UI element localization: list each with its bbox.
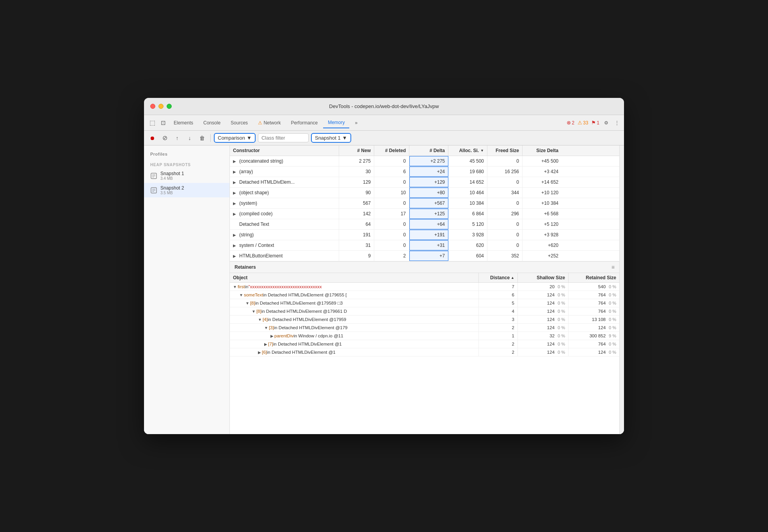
comparison-arrow-icon: ▼ <box>247 135 252 141</box>
th-size-delta[interactable]: Size Delta <box>523 145 562 156</box>
expand-icon[interactable]: ▼ <box>239 293 243 297</box>
sidebar-snapshot-1[interactable]: Snapshot 1 3.4 MB <box>144 168 229 183</box>
snapshot-icon-1 <box>150 172 157 179</box>
rth-shallow[interactable]: Shallow Size <box>518 273 569 282</box>
devtools-window: DevTools - codepen.io/web-dot-dev/live/L… <box>144 98 624 434</box>
retainer-row[interactable]: ▶ [6] in Detached HTMLDivElement @1 2 12… <box>230 348 619 356</box>
retainer-row[interactable]: ▼ [8] in Detached HTMLDivElement @179589… <box>230 299 619 307</box>
indicators: ⊗ 2 ⚠ 33 ⚑ 1 ⚙ ⋮ <box>567 119 621 127</box>
snapshot-label: Snapshot 1 <box>315 135 341 141</box>
table-area: Constructor # New # Deleted # Delta Allo… <box>230 145 619 434</box>
traffic-lights <box>150 104 172 109</box>
retainer-row[interactable]: ▼ [4] in Detached HTMLDivElement @17959 … <box>230 316 619 324</box>
retainer-row[interactable]: ▶ parentDiv in Window / cdpn.io @11 1 32… <box>230 332 619 340</box>
th-freed[interactable]: Freed Size <box>487 145 523 156</box>
class-filter-input[interactable] <box>258 133 309 142</box>
tab-performance[interactable]: Performance <box>286 118 322 128</box>
warning-icon: ⚠ <box>578 120 582 126</box>
minimize-button[interactable] <box>158 104 164 109</box>
rth-object[interactable]: Object <box>230 273 479 282</box>
close-button[interactable] <box>150 104 155 109</box>
expand-icon[interactable]: ▶ <box>270 334 274 338</box>
main-content: Profiles HEAP SNAPSHOTS Snapshot 1 3.4 M… <box>144 145 624 434</box>
record-button[interactable]: ⏺ <box>147 133 157 143</box>
snapshot-2-info: Snapshot 2 3.5 MB <box>160 185 184 195</box>
download-button[interactable]: ↓ <box>185 133 195 143</box>
comparison-dropdown[interactable]: Comparison ▼ <box>214 133 256 143</box>
cursor-icon[interactable]: ⬚ <box>147 118 157 128</box>
error-indicator[interactable]: ⊗ 2 <box>567 120 574 126</box>
expand-icon[interactable]: ▼ <box>258 317 262 322</box>
retainer-row[interactable]: ▼ first in "xxxxxxxxxxxxxxxxxxxxxxxxxxxx… <box>230 283 619 291</box>
tab-console[interactable]: Console <box>199 118 225 128</box>
retainer-row[interactable]: ▼ [8] in Detached HTMLDivElement @179661… <box>230 307 619 316</box>
tab-more[interactable]: » <box>350 118 362 128</box>
table-row[interactable]: ▶(array) 30 6 +24 19 680 16 256 +3 424 <box>230 167 619 177</box>
settings-icon[interactable]: ⚙ <box>603 119 610 127</box>
table-row[interactable]: ▶(object shape) 90 10 +80 10 464 344 +10… <box>230 188 619 198</box>
sidebar-snapshot-2[interactable]: Snapshot 2 3.5 MB <box>144 183 229 197</box>
collect-garbage-icon[interactable]: 🗑 <box>197 133 207 143</box>
rth-distance[interactable]: Distance▲ <box>479 273 518 282</box>
error-count: 2 <box>572 120 574 126</box>
retainers-body: ▼ first in "xxxxxxxxxxxxxxxxxxxxxxxxxxxx… <box>230 283 619 434</box>
clear-button[interactable]: ⊘ <box>160 133 170 143</box>
snapshot-dropdown[interactable]: Snapshot 1 ▼ <box>311 133 351 143</box>
info-indicator[interactable]: ⚑ 1 <box>591 120 599 126</box>
th-new[interactable]: # New <box>339 145 374 156</box>
memory-toolbar: ⏺ ⊘ ↑ ↓ 🗑 Comparison ▼ Snapshot 1 ▼ <box>144 131 624 145</box>
snapshot-2-name: Snapshot 2 <box>160 185 184 191</box>
snapshot-1-info: Snapshot 1 3.4 MB <box>160 171 184 181</box>
expand-icon[interactable]: ▼ <box>264 326 268 330</box>
retainers-menu-icon[interactable]: ≡ <box>612 264 615 270</box>
upper-table-body: ▶(concatenated string) 2 275 0 +2 275 45… <box>230 156 619 261</box>
table-row[interactable]: ▶(concatenated string) 2 275 0 +2 275 45… <box>230 156 619 167</box>
th-delta[interactable]: # Delta <box>409 145 448 156</box>
retainer-row[interactable]: ▼ [3] in Detached HTMLDivElement @179 2 … <box>230 324 619 332</box>
th-alloc[interactable]: Alloc. Si.▼ <box>448 145 487 156</box>
table-row[interactable]: ▶HTMLButtonElement 9 2 +7 604 352 +252 <box>230 251 619 261</box>
expand-icon[interactable]: ▼ <box>233 285 237 289</box>
snapshot-1-name: Snapshot 1 <box>160 171 184 176</box>
maximize-button[interactable] <box>167 104 172 109</box>
table-row[interactable]: ▶Detached HTMLDivElem... 129 0 +129 14 6… <box>230 177 619 188</box>
table-row[interactable]: ▶(compiled code) 142 17 +125 6 864 296 +… <box>230 209 619 219</box>
scrollbar-track[interactable] <box>619 145 624 434</box>
tab-sources[interactable]: Sources <box>226 118 252 128</box>
th-deleted[interactable]: # Deleted <box>374 145 409 156</box>
snapshot-1-size: 3.4 MB <box>160 176 184 181</box>
sidebar: Profiles HEAP SNAPSHOTS Snapshot 1 3.4 M… <box>144 145 230 434</box>
table-row[interactable]: ▶(string) 191 0 +191 3 928 0 +3 928 <box>230 230 619 240</box>
warning-count: 33 <box>583 120 588 126</box>
expand-icon[interactable]: ▶ <box>264 342 267 346</box>
snapshot-arrow-icon: ▼ <box>342 135 347 141</box>
retainers-section: Retainers ≡ Object Distance▲ Shallow Siz… <box>230 262 619 434</box>
upper-table-header: Constructor # New # Deleted # Delta Allo… <box>230 145 619 156</box>
retainer-row[interactable]: ▼ someText in Detached HTMLDivElement @1… <box>230 291 619 299</box>
inspect-icon[interactable]: ⊡ <box>158 118 168 128</box>
upper-table: Constructor # New # Deleted # Delta Allo… <box>230 145 619 262</box>
th-constructor[interactable]: Constructor <box>230 145 339 156</box>
error-icon: ⊗ <box>567 120 571 126</box>
heap-snapshots-label: HEAP SNAPSHOTS <box>144 160 229 168</box>
table-row[interactable]: ▶system / Context 31 0 +31 620 0 +620 <box>230 240 619 251</box>
warning-indicator[interactable]: ⚠ 33 <box>578 120 588 126</box>
profiles-label: Profiles <box>144 150 229 160</box>
upload-button[interactable]: ↑ <box>172 133 182 143</box>
expand-icon[interactable]: ▶ <box>258 350 261 355</box>
tab-network[interactable]: ⚠ Network <box>253 118 285 128</box>
retainers-header: Retainers ≡ <box>230 262 619 273</box>
table-row[interactable]: ▶(system) 567 0 +567 10 384 0 +10 384 <box>230 198 619 209</box>
retainer-row[interactable]: ▶ [7] in Detached HTMLDivElement @1 2 12… <box>230 340 619 348</box>
devtools-tab-bar: ⬚ ⊡ Elements Console Sources ⚠ Network P… <box>144 115 624 131</box>
expand-icon[interactable]: ▼ <box>245 301 249 305</box>
more-options-icon[interactable]: ⋮ <box>613 119 621 127</box>
tab-memory[interactable]: Memory <box>323 117 349 128</box>
table-row[interactable]: ▶Detached Text 64 0 +64 5 120 0 +5 120 <box>230 219 619 230</box>
tab-elements[interactable]: Elements <box>169 118 198 128</box>
info-count: 1 <box>597 120 599 126</box>
window-title: DevTools - codepen.io/web-dot-dev/live/L… <box>329 103 439 109</box>
rth-retained[interactable]: Retained Size <box>569 273 619 282</box>
expand-icon[interactable]: ▼ <box>252 309 256 314</box>
retainers-table-header: Object Distance▲ Shallow Size Retained S… <box>230 273 619 283</box>
